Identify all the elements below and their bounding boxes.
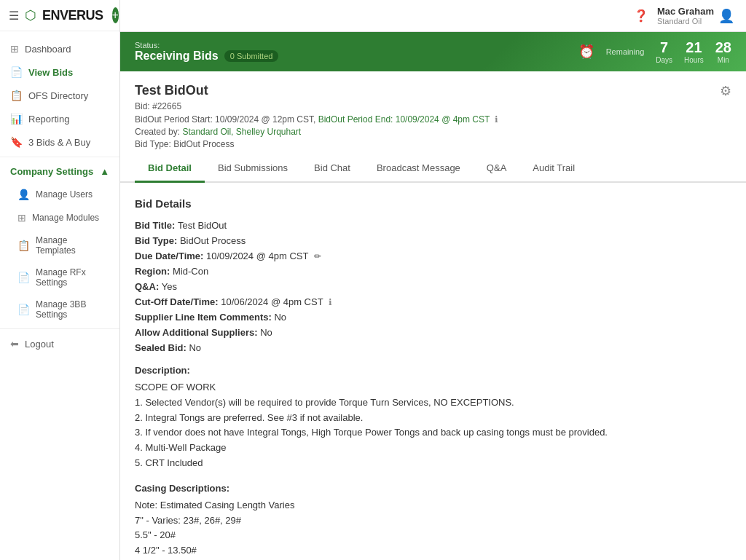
tab-qa[interactable]: Q&A: [474, 155, 519, 183]
casing-title: Casing Descriptions:: [135, 483, 731, 494]
hamburger-icon[interactable]: ☰: [9, 9, 19, 23]
bid-header-info: Test BidOut Bid: #22665 BidOut Period St…: [135, 83, 498, 149]
detail-label: Supplier Line Item Comments:: [135, 312, 274, 323]
status-left: Status: Receiving Bids 0 Submitted: [135, 41, 278, 63]
sidebar-item-manage-users[interactable]: 👤 Manage Users: [7, 183, 119, 206]
bid-area: Test BidOut Bid: #22665 BidOut Period St…: [120, 71, 746, 560]
logo-grid-icon: ⬡: [25, 7, 36, 23]
casing-note: Note: Estimated Casing Length Varies: [135, 498, 731, 513]
detail-allow-additional: Allow Additional Suppliers: No: [135, 327, 731, 338]
user-avatar-icon[interactable]: 👤: [718, 8, 734, 24]
scope-of-work-label: SCOPE OF WORK: [135, 380, 731, 395]
main-content: ❓ Mac Graham Standard Oil 👤 Status: Rece…: [120, 0, 746, 560]
sidebar-item-label: Manage Modules: [32, 213, 99, 223]
sidebar-item-manage-3bb[interactable]: 📄 Manage 3BB Settings: [7, 293, 119, 326]
tabs-bar: Bid Detail Bid Submissions Bid Chat Broa…: [120, 155, 746, 183]
cutoff-info-icon[interactable]: ℹ: [329, 297, 332, 307]
detail-value: 10/09/2024 @ 4pm CST: [206, 251, 308, 261]
description-line-3: 3. If vendor does not have Integral Tong…: [135, 425, 731, 441]
company-settings-label: Company Settings: [10, 166, 93, 177]
tab-bid-chat[interactable]: Bid Chat: [301, 155, 364, 183]
detail-label: Cut-Off Date/Time:: [135, 296, 221, 307]
edit-due-date-icon[interactable]: ✏: [314, 251, 321, 261]
detail-label: Sealed Bid:: [135, 342, 189, 353]
hours-label: Hours: [684, 56, 704, 64]
tab-broadcast-message[interactable]: Broadcast Message: [364, 155, 474, 183]
sidebar-item-ofs-directory[interactable]: 📋 OFS Directory: [0, 84, 119, 107]
sidebar-item-manage-templates[interactable]: 📋 Manage Templates: [7, 229, 119, 261]
help-icon[interactable]: ❓: [634, 9, 648, 23]
users-icon: 👤: [17, 189, 30, 200]
bid-header: Test BidOut Bid: #22665 BidOut Period St…: [120, 71, 746, 155]
detail-cutoff-date: Cut-Off Date/Time: 10/06/2024 @ 4pm CST …: [135, 296, 731, 307]
bid-details-section: Bid Details Bid Title: Test BidOut Bid T…: [120, 183, 746, 560]
sidebar-item-reporting[interactable]: 📊 Reporting: [0, 107, 119, 130]
created-person-link[interactable]: Shelley Urquhart: [236, 127, 301, 137]
bid-number: Bid: #22665: [135, 101, 498, 111]
description-title: Description:: [135, 365, 731, 376]
sidebar-item-logout[interactable]: ⬅ Logout: [0, 332, 119, 355]
sidebar: ☰ ⬡ ENVERUS + ⊞ Dashboard 📄 View Bids 📋 …: [0, 0, 120, 560]
sidebar-item-label: 3 Bids & A Buy: [28, 137, 90, 148]
timer-group: ⏰ Remaining 7 Days 21 Hours 28 Min: [578, 39, 731, 64]
timer-remaining-label: Remaining: [606, 47, 645, 56]
detail-value: No: [189, 342, 201, 353]
sidebar-item-label: View Bids: [28, 67, 73, 78]
logout-icon: ⬅: [10, 338, 19, 350]
chevron-up-icon: ▲: [100, 166, 109, 177]
bid-type-label: Bid Type:: [135, 139, 171, 149]
sidebar-item-dashboard[interactable]: ⊞ Dashboard: [0, 37, 119, 60]
sidebar-item-manage-modules[interactable]: ⊞ Manage Modules: [7, 206, 119, 229]
detail-value: Mid-Con: [173, 266, 208, 277]
sidebar-item-label: OFS Directory: [28, 90, 88, 101]
top-header: ❓ Mac Graham Standard Oil 👤: [120, 0, 746, 32]
status-banner: Status: Receiving Bids 0 Submitted ⏰ Rem…: [120, 32, 746, 71]
bid-type: Bid Type: BidOut Process: [135, 139, 498, 149]
company-settings-header[interactable]: Company Settings ▲: [0, 160, 119, 183]
mins-label: Min: [715, 56, 731, 64]
tab-audit-trail[interactable]: Audit Trail: [519, 155, 588, 183]
description-line-4: 4. Multi-Well Package: [135, 441, 731, 456]
detail-due-date: Due Date/Time: 10/09/2024 @ 4pm CST ✏: [135, 251, 731, 261]
bid-title: Test BidOut: [135, 83, 498, 98]
mins-value: 28: [715, 39, 731, 56]
user-company: Standard Oil: [657, 17, 714, 25]
user-name: Mac Graham: [657, 6, 714, 17]
sidebar-item-label: Manage RFx Settings: [36, 267, 109, 288]
status-info: Status: Receiving Bids 0 Submitted: [135, 41, 278, 63]
sidebar-item-label: Reporting: [28, 114, 69, 125]
sidebar-item-3bids[interactable]: 🔖 3 Bids & A Buy: [0, 130, 119, 154]
sidebar-item-view-bids[interactable]: 📄 View Bids: [0, 60, 119, 84]
casing-line-3: 4 1/2" - 13.50#: [135, 543, 731, 559]
casing-section: Casing Descriptions: Note: Estimated Cas…: [135, 483, 731, 559]
add-new-button[interactable]: +: [112, 7, 119, 23]
created-company-link[interactable]: Standard Oil,: [182, 127, 233, 137]
company-settings-submenu: 👤 Manage Users ⊞ Manage Modules 📋 Manage…: [0, 183, 119, 326]
status-label: Status:: [135, 41, 278, 50]
bid-settings-icon[interactable]: ⚙: [720, 83, 731, 99]
detail-value: Test BidOut: [178, 220, 227, 231]
bid-period-start: BidOut Period Start: 10/09/2024 @ 12pm C…: [135, 114, 315, 125]
detail-label: Due Date/Time:: [135, 251, 206, 261]
sidebar-item-manage-rfx[interactable]: 📄 Manage RFx Settings: [7, 261, 119, 293]
detail-value: BidOut Process: [180, 235, 246, 246]
days-label: Days: [656, 56, 672, 64]
tab-bid-detail[interactable]: Bid Detail: [135, 155, 205, 183]
bid-period-end-link[interactable]: BidOut Period End: 10/09/2024 @ 4pm CST: [318, 114, 490, 125]
rfx-icon: 📄: [17, 272, 30, 283]
bid-created-by: Created by: Standard Oil, Shelley Urquha…: [135, 127, 498, 137]
detail-label: Q&A:: [135, 281, 162, 292]
period-info-icon[interactable]: ℹ: [495, 114, 498, 125]
tab-bid-submissions[interactable]: Bid Submissions: [205, 155, 301, 183]
detail-region: Region: Mid-Con: [135, 266, 731, 277]
detail-value: Yes: [162, 281, 177, 292]
detail-label: Allow Additional Suppliers:: [135, 327, 260, 338]
detail-bid-title: Bid Title: Test BidOut: [135, 220, 731, 231]
remaining-label: Remaining: [606, 47, 645, 56]
modules-icon: ⊞: [17, 212, 26, 224]
dashboard-icon: ⊞: [10, 43, 19, 55]
submitted-badge: 0 Submitted: [224, 50, 279, 62]
sidebar-item-label: Logout: [25, 339, 54, 350]
days-value: 7: [656, 39, 672, 56]
bid-details-title: Bid Details: [135, 197, 731, 210]
